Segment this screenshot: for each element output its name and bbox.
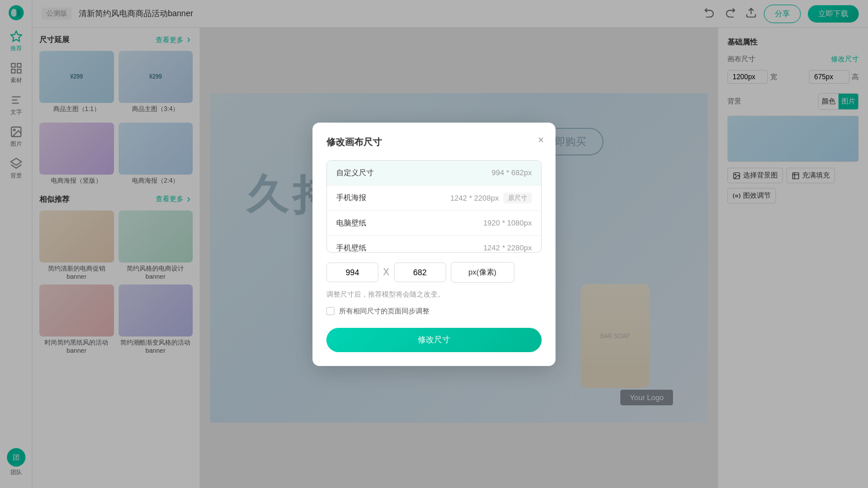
desktop-value: 1920 * 1080px	[483, 219, 532, 227]
size-options-list: 自定义尺寸 994 * 682px 手机海报 1242 * 2208px 原尺寸…	[326, 160, 542, 253]
size-option-desktop[interactable]: 电脑壁纸 1920 * 1080px	[327, 211, 541, 236]
custom-size-label: 自定义尺寸	[336, 168, 374, 178]
original-badge: 原尺寸	[503, 193, 532, 204]
sync-checkbox[interactable]	[326, 307, 334, 315]
x-separator[interactable]: X	[383, 267, 389, 278]
custom-size-value: 994 * 682px	[492, 168, 532, 177]
unit-selector[interactable]: px(像素)	[451, 262, 514, 283]
modal-title: 修改画布尺寸	[326, 136, 542, 149]
mobile-poster-value: 1242 * 2208px 原尺寸	[450, 193, 532, 204]
modal-close-button[interactable]: ×	[538, 134, 544, 146]
size-hint: 调整尺寸后，推荐模型将会随之改变。	[326, 290, 542, 300]
size-option-mobile-poster[interactable]: 手机海报 1242 * 2208px 原尺寸	[327, 186, 541, 211]
mobile-wallpaper-value: 1242 * 2280px	[483, 243, 532, 252]
sync-checkbox-row: 所有相同尺寸的页面同步调整	[326, 306, 542, 316]
size-inputs: X px(像素)	[326, 262, 542, 283]
desktop-label: 电脑壁纸	[336, 218, 366, 228]
resize-modal: 修改画布尺寸 × 自定义尺寸 994 * 682px 手机海报 1242 * 2…	[312, 123, 556, 366]
mobile-wallpaper-label: 手机壁纸	[336, 243, 366, 253]
size-option-mobile-wallpaper[interactable]: 手机壁纸 1242 * 2280px	[327, 236, 541, 253]
modal-overlay[interactable]: 修改画布尺寸 × 自定义尺寸 994 * 682px 手机海报 1242 * 2…	[0, 0, 868, 488]
mobile-poster-label: 手机海报	[336, 193, 366, 203]
width-size-input[interactable]	[326, 263, 378, 282]
sync-label: 所有相同尺寸的页面同步调整	[339, 306, 429, 316]
confirm-resize-button[interactable]: 修改尺寸	[326, 328, 542, 352]
size-option-custom[interactable]: 自定义尺寸 994 * 682px	[327, 161, 541, 186]
height-size-input[interactable]	[394, 263, 446, 282]
